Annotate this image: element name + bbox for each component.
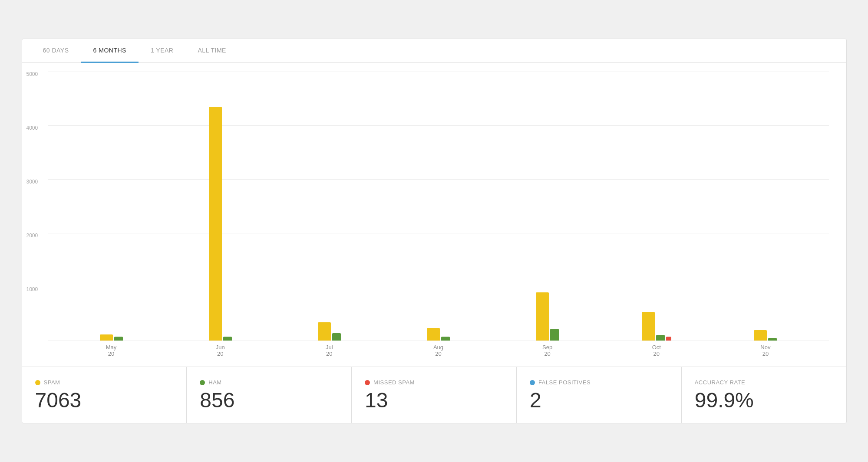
main-card: 60 DAYS 6 MONTHS 1 YEAR ALL TIME 5000 40…: [22, 39, 847, 423]
month-group-sep: [493, 292, 602, 341]
bar-spam-may: [100, 334, 113, 341]
bar-spam-aug: [427, 328, 440, 341]
stat-ham: HAM 856: [187, 367, 352, 423]
x-label-jul: Jul20: [275, 341, 384, 362]
stat-ham-label: HAM: [208, 379, 221, 386]
x-year-aug: 20: [435, 351, 441, 357]
x-month-aug: Aug: [433, 344, 443, 351]
x-label-aug: Aug20: [384, 341, 493, 362]
month-group-may: [57, 334, 166, 341]
stat-false-positives: FALSE POSITIVES 2: [517, 367, 682, 423]
stat-spam-label: SPAM: [44, 379, 60, 386]
tab-alltime[interactable]: ALL TIME: [185, 39, 238, 63]
bar-ham-oct: [656, 335, 665, 341]
stat-accuracy-rate-label-row: ACCURACY RATE: [695, 379, 833, 386]
bars-jun: [166, 107, 275, 341]
stat-accuracy-rate: ACCURACY RATE 99.9%: [682, 367, 846, 423]
stat-missed-spam-value: 13: [365, 390, 503, 411]
dot-ham: [200, 380, 205, 385]
month-group-jul: [275, 322, 384, 341]
x-labels: May20Jun20Jul20Aug20Sep20Oct20Nov20: [48, 341, 829, 362]
x-label-nov: Nov20: [711, 341, 820, 362]
stats-footer: SPAM 7063 HAM 856 MISSED SPAM 13 FALSE P…: [22, 367, 846, 423]
bar-ham-sep: [550, 329, 559, 341]
chart-inner: 5000 4000 3000 2000 1000 May20Jun: [48, 72, 829, 362]
stat-ham-label-row: HAM: [200, 379, 338, 386]
tab-1year[interactable]: 1 YEAR: [139, 39, 186, 63]
x-label-oct: Oct20: [602, 341, 711, 362]
x-year-jun: 20: [217, 351, 223, 357]
stat-false-positives-label: FALSE POSITIVES: [538, 379, 591, 386]
bar-spam-sep: [536, 292, 549, 341]
month-group-aug: [384, 328, 493, 341]
x-label-may: May20: [57, 341, 166, 362]
bar-spam-jul: [318, 322, 331, 341]
x-year-nov: 20: [762, 351, 769, 357]
bars-nov: [711, 330, 820, 341]
stat-accuracy-rate-value: 99.9%: [695, 390, 833, 411]
dot-spam: [35, 380, 40, 385]
stat-spam: SPAM 7063: [22, 367, 187, 423]
bar-spam-oct: [642, 312, 655, 341]
bar-spam-jun: [209, 107, 222, 341]
bars-sep: [493, 292, 602, 341]
bars-container: [48, 72, 829, 341]
bar-spam-nov: [754, 330, 767, 341]
bar-ham-may: [114, 337, 123, 341]
tabs-container: 60 DAYS 6 MONTHS 1 YEAR ALL TIME: [22, 39, 846, 63]
x-month-oct: Oct: [652, 344, 661, 351]
x-month-nov: Nov: [760, 344, 770, 351]
y-label-5000: 5000: [26, 72, 38, 77]
month-group-nov: [711, 330, 820, 341]
stat-missed-spam-label: MISSED SPAM: [373, 379, 415, 386]
y-label-2000: 2000: [26, 233, 38, 238]
bar-ham-jun: [223, 337, 232, 341]
bars-may: [57, 334, 166, 341]
x-label-sep: Sep20: [493, 341, 602, 362]
stat-false-positives-value: 2: [530, 390, 668, 411]
chart-area: 5000 4000 3000 2000 1000 May20Jun: [22, 63, 846, 367]
y-label-4000: 4000: [26, 125, 38, 131]
stat-missed-spam: MISSED SPAM 13: [352, 367, 517, 423]
x-month-may: May: [106, 344, 117, 351]
stat-spam-value: 7063: [35, 390, 174, 411]
dot-fp: [530, 380, 535, 385]
tab-60days[interactable]: 60 DAYS: [31, 39, 81, 63]
month-group-oct: [602, 312, 711, 341]
x-year-jul: 20: [326, 351, 332, 357]
x-label-jun: Jun20: [166, 341, 275, 362]
stat-false-positives-label-row: FALSE POSITIVES: [530, 379, 668, 386]
stat-accuracy-rate-label: ACCURACY RATE: [695, 379, 746, 386]
y-label-1000: 1000: [26, 287, 38, 292]
y-label-3000: 3000: [26, 179, 38, 184]
bar-missed-oct: [666, 337, 671, 341]
x-month-jul: Jul: [326, 344, 333, 351]
x-year-may: 20: [108, 351, 114, 357]
stat-spam-label-row: SPAM: [35, 379, 174, 386]
x-year-sep: 20: [544, 351, 550, 357]
x-month-sep: Sep: [542, 344, 552, 351]
stat-ham-value: 856: [200, 390, 338, 411]
x-year-oct: 20: [653, 351, 660, 357]
bars-oct: [602, 312, 711, 341]
y-axis: 5000 4000 3000 2000 1000: [26, 72, 38, 341]
bars-aug: [384, 328, 493, 341]
stat-missed-spam-label-row: MISSED SPAM: [365, 379, 503, 386]
dot-missed: [365, 380, 370, 385]
month-group-jun: [166, 107, 275, 341]
tab-6months[interactable]: 6 MONTHS: [81, 39, 139, 63]
bar-ham-aug: [441, 337, 450, 341]
bars-jul: [275, 322, 384, 341]
x-month-jun: Jun: [216, 344, 225, 351]
bar-ham-jul: [332, 333, 341, 341]
